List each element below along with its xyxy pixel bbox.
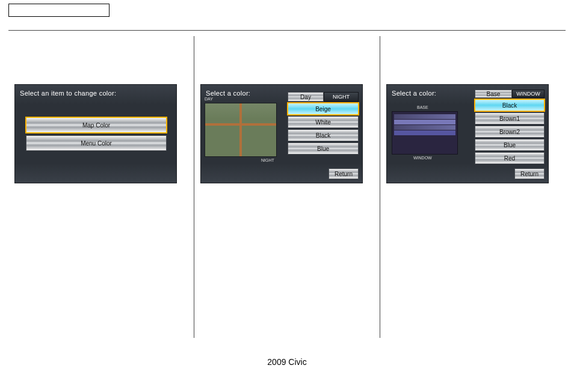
footer-model: 2009 Civic xyxy=(0,357,574,367)
divider xyxy=(8,30,566,31)
screen1-title: Select an item to change color: xyxy=(20,90,116,97)
screen-map-color: Select a color: Day NIGHT DAY NIGHT Beig… xyxy=(200,84,363,183)
screen-color-select: Select an item to change color: Map Colo… xyxy=(14,84,177,183)
tab-base[interactable]: Base xyxy=(475,90,512,98)
color-white[interactable]: White xyxy=(288,116,359,128)
menu-preview xyxy=(392,111,458,155)
column-2: Select a color: Day NIGHT DAY NIGHT Beig… xyxy=(194,36,380,338)
header-box xyxy=(8,4,110,17)
column-3: Select a color: Base WINDOW BASE WINDOW … xyxy=(380,36,566,338)
map-preview xyxy=(205,103,277,157)
screen1-options: Map Color Menu Color xyxy=(26,117,167,153)
screen3-options: Black Brown1 Brown2 Blue Red xyxy=(475,99,545,165)
screen-menu-color: Select a color: Base WINDOW BASE WINDOW … xyxy=(386,84,549,183)
menu-color-button[interactable]: Menu Color xyxy=(26,135,167,151)
label-base: BASE xyxy=(417,105,428,109)
color-brown2[interactable]: Brown2 xyxy=(475,126,545,138)
map-color-button[interactable]: Map Color xyxy=(26,117,167,133)
color-blue-menu[interactable]: Blue xyxy=(475,139,545,151)
column-1: Select an item to change color: Map Colo… xyxy=(8,36,194,338)
tab-night[interactable]: NIGHT xyxy=(324,92,359,102)
color-black-menu[interactable]: Black xyxy=(475,99,545,111)
color-red[interactable]: Red xyxy=(475,152,545,164)
tab-window[interactable]: WINDOW xyxy=(512,90,545,98)
label-night: NIGHT xyxy=(261,158,274,162)
tab-day[interactable]: Day xyxy=(288,92,324,102)
color-black[interactable]: Black xyxy=(288,129,359,141)
columns: Select an item to change color: Map Colo… xyxy=(8,36,566,338)
screen2-title: Select a color: xyxy=(206,90,250,97)
screen3-tabs: Base WINDOW xyxy=(475,90,545,98)
screen2-options: Beige White Black Blue xyxy=(288,103,359,156)
return-button-3[interactable]: Return xyxy=(514,168,545,179)
label-window: WINDOW xyxy=(413,156,432,160)
color-blue[interactable]: Blue xyxy=(288,142,359,155)
color-beige[interactable]: Beige xyxy=(288,103,359,115)
screen2-tabs: Day NIGHT xyxy=(288,92,359,102)
label-day: DAY xyxy=(205,97,213,101)
screen3-title: Select a color: xyxy=(392,90,436,97)
color-brown1[interactable]: Brown1 xyxy=(475,112,545,124)
return-button[interactable]: Return xyxy=(329,168,359,179)
